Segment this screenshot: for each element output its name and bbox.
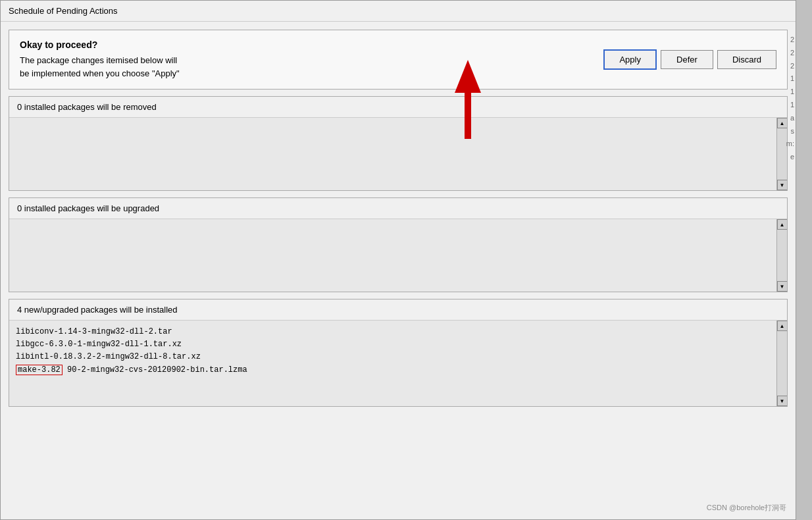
main-window: Schedule of Pending Actions Okay to proc… bbox=[0, 0, 796, 520]
discard-button[interactable]: Discard bbox=[717, 50, 776, 69]
okay-label: Okay to proceed? bbox=[20, 39, 590, 50]
right-num: e bbox=[780, 151, 794, 164]
button-group: Apply Defer Discard bbox=[603, 49, 776, 70]
right-num: 1 bbox=[780, 72, 794, 86]
removed-section-header: 0 installed packages will be removed bbox=[9, 97, 787, 118]
right-num: 2 bbox=[780, 60, 794, 73]
window-title: Schedule of Pending Actions bbox=[9, 6, 118, 16]
upgraded-section-label: 0 installed packages will be upgraded bbox=[17, 203, 159, 213]
upgraded-scrollbar[interactable]: ▲ ▼ bbox=[776, 219, 787, 292]
watermark: CSDN @borehole打洞哥 bbox=[707, 503, 786, 513]
top-section-text: Okay to proceed? The package changes ite… bbox=[20, 39, 590, 80]
top-section: Okay to proceed? The package changes ite… bbox=[9, 30, 788, 90]
scroll-track bbox=[777, 331, 787, 396]
title-bar: Schedule of Pending Actions bbox=[1, 1, 796, 22]
apply-button[interactable]: Apply bbox=[603, 49, 657, 70]
scroll-down-btn[interactable]: ▼ bbox=[777, 281, 788, 292]
right-num: 1 bbox=[780, 99, 794, 112]
removed-section-label: 0 installed packages will be removed bbox=[17, 102, 157, 112]
package-list: libiconv-1.14-3-mingw32-dll-2.tar libgcc… bbox=[9, 321, 787, 382]
right-num: m: bbox=[780, 138, 794, 151]
installed-section: 4 new/upgraded packages will be installe… bbox=[9, 299, 788, 407]
upgraded-section-header: 0 installed packages will be upgraded bbox=[9, 198, 787, 219]
list-item: libintl-0.18.3.2-2-mingw32-dll-8.tar.xz bbox=[16, 351, 780, 363]
removed-section-body: ▲ ▼ bbox=[9, 118, 787, 190]
removed-section: 0 installed packages will be removed ▲ ▼ bbox=[9, 96, 788, 191]
highlighted-package: make-3.82 bbox=[16, 365, 63, 375]
dialog-content: Okay to proceed? The package changes ite… bbox=[1, 22, 796, 421]
right-num: 2 bbox=[780, 47, 794, 60]
package-suffix: 90-2-mingw32-cvs-20120902-bin.tar.lzma bbox=[67, 365, 247, 375]
list-item: libgcc-6.3.0-1-mingw32-dll-1.tar.xz bbox=[16, 338, 780, 351]
scroll-up-btn[interactable]: ▲ bbox=[777, 321, 788, 331]
installed-section-header: 4 new/upgraded packages will be installe… bbox=[9, 299, 787, 321]
description-text: The package changes itemised below will … bbox=[20, 54, 590, 80]
installed-scrollbar[interactable]: ▲ ▼ bbox=[776, 321, 787, 406]
list-item: libiconv-1.14-3-mingw32-dll-2.tar bbox=[16, 326, 780, 338]
desc-line2: be implemented when you choose "Apply" bbox=[20, 68, 180, 78]
installed-section-label: 4 new/upgraded packages will be installe… bbox=[17, 305, 178, 315]
desc-line1: The package changes itemised below will bbox=[20, 55, 177, 65]
right-num: s bbox=[780, 125, 794, 138]
right-num: a bbox=[780, 112, 794, 125]
list-item: make-3.82 90-2-mingw32-cvs-20120902-bin.… bbox=[16, 364, 780, 377]
upgraded-section-body: ▲ ▼ bbox=[9, 219, 787, 292]
right-num: 1 bbox=[780, 86, 794, 99]
right-numbers: 2 2 2 1 1 1 a s m: e bbox=[780, 34, 796, 164]
scroll-down-btn[interactable]: ▼ bbox=[777, 180, 788, 190]
scroll-down-btn[interactable]: ▼ bbox=[777, 396, 788, 406]
defer-button[interactable]: Defer bbox=[661, 50, 713, 69]
installed-section-body: libiconv-1.14-3-mingw32-dll-2.tar libgcc… bbox=[9, 321, 787, 406]
upgraded-section: 0 installed packages will be upgraded ▲ … bbox=[9, 197, 788, 292]
scroll-track bbox=[777, 230, 787, 281]
scroll-up-btn[interactable]: ▲ bbox=[777, 219, 788, 230]
right-num: 2 bbox=[780, 34, 794, 47]
